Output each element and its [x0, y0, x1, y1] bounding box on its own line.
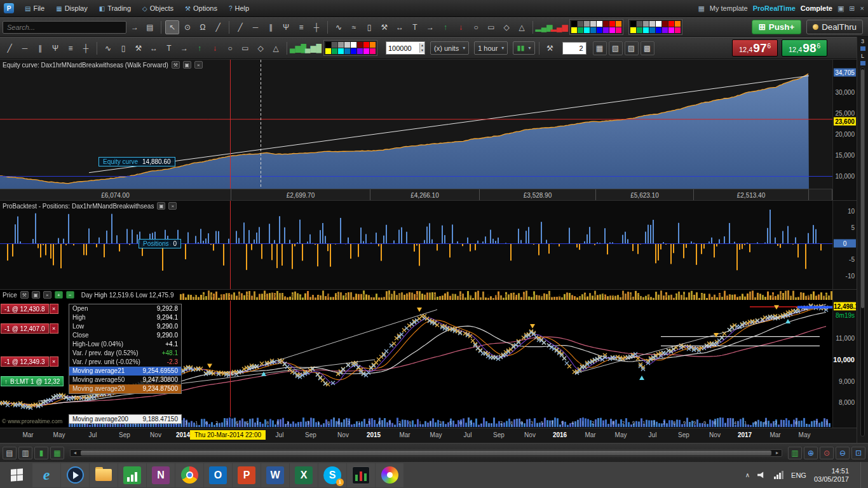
- positions-canvas[interactable]: [0, 201, 832, 290]
- units-select[interactable]: (x) units▾: [430, 41, 469, 55]
- candle-chart-icon[interactable]: ▮: [34, 447, 48, 459]
- color-swatch[interactable]: [571, 21, 577, 27]
- panel-close-icon[interactable]: ×: [168, 202, 177, 210]
- triangle-icon[interactable]: △: [515, 20, 529, 34]
- arrow-icon[interactable]: →: [177, 41, 191, 55]
- add-chart-icon[interactable]: ▥: [788, 447, 802, 459]
- color-swatch[interactable]: [643, 27, 649, 33]
- polygon-icon[interactable]: ◇: [499, 20, 513, 34]
- menu-item-file[interactable]: ▤File: [19, 0, 50, 17]
- trash-icon[interactable]: ▯: [116, 41, 130, 55]
- mini-chart-2-icon[interactable]: ▥: [18, 447, 32, 459]
- horizontal-line-icon[interactable]: ─: [248, 20, 262, 34]
- panel-close-icon[interactable]: ×: [43, 291, 51, 299]
- text-icon[interactable]: T: [408, 20, 422, 34]
- color-swatch[interactable]: [357, 48, 363, 54]
- trendline-icon[interactable]: ╱: [3, 41, 17, 55]
- color-swatch[interactable]: [616, 21, 621, 27]
- color-swatch[interactable]: [637, 21, 642, 27]
- search-go-icon[interactable]: →: [128, 20, 142, 34]
- color-swatch[interactable]: [603, 21, 609, 27]
- area-chart-icon[interactable]: ▄▆█: [291, 41, 305, 55]
- color-swatch[interactable]: [662, 27, 668, 33]
- trash-icon[interactable]: ▯: [362, 20, 376, 34]
- color-swatch[interactable]: [597, 27, 602, 33]
- powerpoint-icon[interactable]: P: [233, 463, 261, 487]
- menu-item-display[interactable]: ▦Display: [50, 0, 93, 17]
- layout-two-charts-icon[interactable]: ▧: [609, 41, 623, 55]
- trendline-icon[interactable]: ╱: [233, 20, 247, 34]
- quantity-stepper[interactable]: ▴▾: [386, 41, 425, 55]
- color-swatch[interactable]: [370, 48, 376, 54]
- remove-indicator-icon[interactable]: −: [66, 291, 74, 299]
- color-swatch[interactable]: [675, 27, 681, 33]
- volume-icon[interactable]: [757, 471, 766, 479]
- panel-settings-icon[interactable]: ⚒: [172, 61, 180, 69]
- timeframe-select[interactable]: 1 hour▾: [474, 41, 508, 55]
- clock[interactable]: 14:51 03/05/2017: [814, 467, 849, 484]
- buy-button[interactable]: 12,4986: [782, 39, 827, 57]
- color-swatch[interactable]: [649, 21, 655, 27]
- skype-icon[interactable]: S1: [318, 463, 346, 487]
- scrollbar-thumb[interactable]: [861, 69, 864, 308]
- color-swatch[interactable]: [351, 48, 356, 54]
- color-app-icon[interactable]: [376, 463, 403, 487]
- rectangle-icon[interactable]: ▭: [238, 41, 252, 55]
- color-swatch[interactable]: [656, 27, 661, 33]
- color-swatch[interactable]: [649, 27, 655, 33]
- start-button[interactable]: [1, 463, 32, 487]
- color-swatch[interactable]: [363, 42, 369, 48]
- panel-window-icon[interactable]: ▣: [183, 61, 191, 69]
- wrench-icon[interactable]: ⚒: [543, 41, 557, 55]
- color-swatch[interactable]: [351, 42, 356, 48]
- alarm-icon[interactable]: Ω: [196, 20, 210, 34]
- color-swatch[interactable]: [338, 42, 344, 48]
- color-swatch[interactable]: [675, 21, 681, 27]
- color-swatch[interactable]: [597, 21, 602, 27]
- zigzag-icon[interactable]: ∿: [332, 20, 346, 34]
- draw-icon[interactable]: ╱: [211, 20, 225, 34]
- color-swatch[interactable]: [363, 48, 369, 54]
- price-y-axis[interactable]: 12,498.18m19s11,00010,0009,0008,000: [832, 290, 857, 428]
- network-icon[interactable]: [774, 471, 783, 479]
- tray-expand-icon[interactable]: ∧: [745, 471, 750, 478]
- sell-button[interactable]: 12,4976: [732, 39, 778, 57]
- move-icon[interactable]: ↔: [393, 20, 407, 34]
- vertical-scrollbar[interactable]: [860, 67, 865, 437]
- color-swatch[interactable]: [338, 48, 344, 54]
- chart-type-select[interactable]: ▮▮ ▾: [513, 41, 534, 55]
- horizontal-scrollbar[interactable]: ◂ ▸: [70, 449, 782, 457]
- layout-grid-icon[interactable]: ▨: [625, 41, 639, 55]
- close-position-icon[interactable]: ×: [50, 304, 58, 314]
- grid-view-icon[interactable]: ▦: [50, 447, 64, 459]
- color-swatch[interactable]: [578, 27, 583, 33]
- show-desktop-button[interactable]: [860, 462, 865, 488]
- order-param-input[interactable]: [562, 42, 587, 55]
- my-template-button[interactable]: My template: [710, 4, 748, 12]
- rectangle-icon[interactable]: ▭: [484, 20, 498, 34]
- color-swatch[interactable]: [370, 42, 376, 48]
- time-axis[interactable]: Thu 20-Mar-2014 22:00 MarMayJulSepNov201…: [0, 428, 868, 443]
- color-swatch[interactable]: [571, 27, 577, 33]
- color-swatch[interactable]: [590, 21, 596, 27]
- color-swatch[interactable]: [643, 21, 649, 27]
- positions-y-axis[interactable]: 1050-5-10: [832, 201, 857, 289]
- trading-app-icon[interactable]: [347, 463, 375, 487]
- tools-icon[interactable]: ⚒: [377, 20, 391, 34]
- ellipse-icon[interactable]: ○: [469, 20, 483, 34]
- internet-explorer-icon[interactable]: e: [32, 463, 60, 487]
- fibonacci-icon[interactable]: ≡: [64, 41, 78, 55]
- search-input[interactable]: [3, 21, 126, 34]
- onenote-icon[interactable]: N: [147, 463, 175, 487]
- quantity-up-icon[interactable]: ▴: [420, 43, 424, 48]
- zigzag-icon[interactable]: ∿: [101, 41, 115, 55]
- chart-style-green-icon[interactable]: ▂▄▆: [537, 20, 551, 34]
- mini-chart-1-icon[interactable]: ▤: [3, 447, 17, 459]
- pitchfork-icon[interactable]: Ψ: [279, 20, 293, 34]
- scroll-right-icon[interactable]: ▸: [773, 450, 782, 456]
- color-swatch[interactable]: [668, 27, 674, 33]
- dealthru-button[interactable]: DealThru: [806, 20, 863, 34]
- panel-window-icon[interactable]: ▣: [157, 202, 165, 210]
- scrollbar-thumb[interactable]: [81, 451, 771, 456]
- color-swatch[interactable]: [578, 21, 583, 27]
